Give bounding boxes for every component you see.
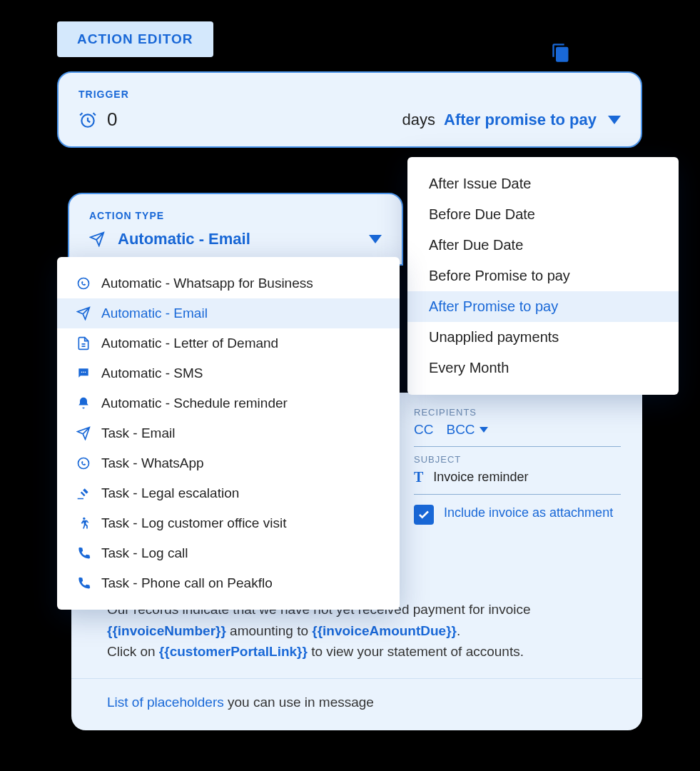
- chevron-down-icon: [480, 427, 488, 433]
- option-label: Automatic - Schedule reminder: [101, 395, 288, 411]
- trigger-selected: After promise to pay: [444, 111, 597, 129]
- trigger-option[interactable]: After Due Date: [407, 230, 679, 261]
- subject-label: SUBJECT: [414, 454, 621, 465]
- action-type-option[interactable]: Task - Email: [57, 418, 400, 448]
- phone-icon: [76, 546, 91, 560]
- walk-icon: [76, 516, 91, 530]
- whatsapp-icon: [76, 456, 91, 470]
- trigger-option[interactable]: Before Due Date: [407, 199, 679, 230]
- option-label: Automatic - Letter of Demand: [101, 336, 278, 351]
- bell-icon: [76, 396, 91, 410]
- subject-section: SUBJECT T Invoice reminder: [414, 447, 621, 495]
- trigger-option[interactable]: After Promise to pay: [407, 291, 679, 322]
- trigger-panel: TRIGGER 0 days After promise to pay: [57, 71, 642, 148]
- cc-button[interactable]: CC: [414, 422, 433, 438]
- recipients-section: RECIPIENTS CC BCC: [414, 400, 621, 447]
- alarm-icon: [78, 111, 97, 129]
- option-label: Automatic - Whatsapp for Business: [101, 276, 313, 291]
- option-label: Task - Email: [101, 425, 175, 441]
- action-type-option[interactable]: Automatic - Schedule reminder: [57, 388, 400, 418]
- svg-point-3: [83, 372, 84, 373]
- send-icon: [76, 426, 91, 440]
- action-type-option[interactable]: Task - Phone call on Peakflo: [57, 568, 400, 598]
- placeholder: {{invoiceAmountDue}}: [312, 623, 457, 638]
- action-type-option[interactable]: Task - WhatsApp: [57, 448, 400, 478]
- trigger-days-value[interactable]: 0: [107, 109, 117, 131]
- phone-icon: [76, 576, 91, 590]
- option-label: Task - Legal escalation: [101, 485, 239, 501]
- trigger-label: TRIGGER: [78, 89, 621, 100]
- chevron-down-icon: [608, 116, 621, 124]
- action-type-dropdown: Automatic - Whatsapp for BusinessAutomat…: [57, 257, 400, 610]
- copy-icon[interactable]: [551, 43, 571, 63]
- send-icon: [76, 306, 91, 321]
- sms-icon: [76, 366, 91, 381]
- footer: List of placeholders you can use in mess…: [71, 678, 642, 710]
- option-label: Task - Phone call on Peakflo: [101, 575, 273, 591]
- trigger-option[interactable]: Every Month: [407, 353, 679, 383]
- svg-point-5: [78, 458, 89, 469]
- action-type-option[interactable]: Automatic - Whatsapp for Business: [57, 268, 400, 298]
- svg-point-1: [78, 278, 89, 289]
- doc-icon: [76, 336, 91, 351]
- option-label: Task - WhatsApp: [101, 455, 204, 471]
- checkbox-icon: [414, 505, 434, 525]
- action-type-option[interactable]: Task - Log customer office visit: [57, 508, 400, 538]
- action-type-select[interactable]: Automatic - Email: [89, 230, 382, 248]
- action-type-label: ACTION TYPE: [89, 210, 382, 221]
- trigger-dropdown: After Issue DateBefore Due DateAfter Due…: [407, 157, 679, 395]
- action-type-selected: Automatic - Email: [118, 230, 250, 248]
- trigger-option[interactable]: Unapplied payments: [407, 322, 679, 353]
- action-type-option[interactable]: Automatic - Letter of Demand: [57, 328, 400, 358]
- include-attachment-checkbox[interactable]: Include invoice as attachment: [414, 495, 621, 525]
- action-type-option[interactable]: Task - Legal escalation: [57, 478, 400, 508]
- placeholders-link[interactable]: List of placeholders: [107, 695, 224, 710]
- option-label: Automatic - Email: [101, 306, 208, 321]
- action-editor-badge: ACTION EDITOR: [57, 21, 213, 57]
- recipients-label: RECIPIENTS: [414, 407, 621, 418]
- option-label: Task - Log call: [101, 545, 188, 561]
- placeholder: {{invoiceNumber}}: [107, 623, 226, 638]
- bcc-button[interactable]: BCC: [446, 422, 487, 438]
- chevron-down-icon: [369, 235, 382, 243]
- subject-input[interactable]: Invoice reminder: [433, 470, 528, 485]
- action-type-option[interactable]: Task - Log call: [57, 538, 400, 568]
- days-label: days: [402, 111, 435, 129]
- action-type-option[interactable]: Automatic - SMS: [57, 358, 400, 388]
- option-label: Task - Log customer office visit: [101, 515, 286, 531]
- placeholder: {{customerPortalLink}}: [159, 644, 308, 659]
- svg-point-4: [85, 372, 86, 373]
- trigger-select[interactable]: days After promise to pay: [402, 111, 621, 129]
- gavel-icon: [76, 486, 91, 500]
- svg-point-6: [83, 518, 85, 520]
- action-type-panel: ACTION TYPE Automatic - Email: [68, 193, 403, 266]
- text-icon: T: [414, 469, 423, 485]
- trigger-option[interactable]: Before Promise to pay: [407, 261, 679, 291]
- whatsapp-icon: [76, 276, 91, 291]
- svg-point-2: [81, 372, 83, 373]
- option-label: Automatic - SMS: [101, 366, 203, 381]
- trigger-option[interactable]: After Issue Date: [407, 168, 679, 199]
- action-type-option[interactable]: Automatic - Email: [57, 298, 400, 328]
- include-attachment-label: Include invoice as attachment: [444, 505, 613, 521]
- send-icon: [89, 231, 105, 247]
